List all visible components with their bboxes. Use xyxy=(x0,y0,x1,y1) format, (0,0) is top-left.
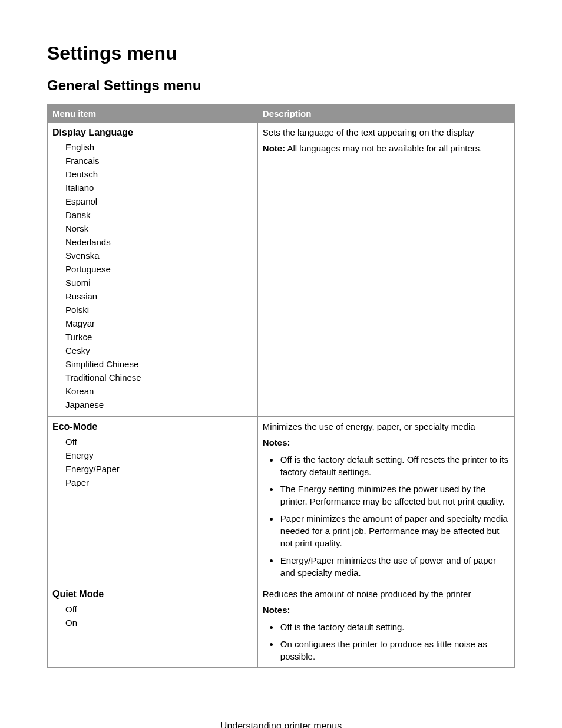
table-header-description: Description xyxy=(257,105,514,123)
note-item: Off is the factory default setting. xyxy=(279,620,510,637)
option-item: Portuguese xyxy=(65,262,253,276)
option-item: Traditional Chinese xyxy=(65,371,253,384)
option-item: Dansk xyxy=(65,208,253,222)
option-item: Paper xyxy=(65,476,253,489)
option-item: Japanese xyxy=(65,398,253,411)
option-item: Korean xyxy=(65,384,253,398)
description-lead: Reduces the amount of noise produced by … xyxy=(263,588,510,600)
table-row: Quiet Mode Off On Reduces the amount of … xyxy=(48,584,515,668)
option-item: Energy/Paper xyxy=(65,462,253,476)
option-item: Svenska xyxy=(65,249,253,262)
option-list: Off Energy Energy/Paper Paper xyxy=(52,435,253,489)
notes-label: Notes: xyxy=(263,604,510,616)
note-item: Off is the factory default setting. Off … xyxy=(279,452,510,482)
option-item: English xyxy=(65,140,253,154)
note-item: On configures the printer to produce as … xyxy=(279,637,510,663)
settings-table: Menu item Description Display Language E… xyxy=(47,104,515,668)
menu-item-title: Display Language xyxy=(52,126,253,139)
menu-item-cell: Eco-Mode Off Energy Energy/Paper Paper xyxy=(48,417,258,584)
page-footer: Understanding printer menus 113 xyxy=(47,721,515,728)
option-item: Italiano xyxy=(65,181,253,195)
option-list: English Francais Deutsch Italiano Espano… xyxy=(52,140,253,411)
menu-item-title: Eco-Mode xyxy=(52,420,253,433)
option-item: Nederlands xyxy=(65,235,253,249)
description-cell: Minimizes the use of energy, paper, or s… xyxy=(257,417,514,584)
notes-list: Off is the factory default setting. Off … xyxy=(263,452,510,579)
notes-label: Notes: xyxy=(263,436,510,449)
note-item: The Energy setting minimizes the power u… xyxy=(279,482,510,511)
option-item: Francais xyxy=(65,154,253,167)
notes-list: Off is the factory default setting. On c… xyxy=(263,620,510,663)
option-item: Espanol xyxy=(65,195,253,208)
description-lead: Minimizes the use of energy, paper, or s… xyxy=(263,420,510,433)
note-text: All languages may not be available for a… xyxy=(285,143,482,153)
note-item: Energy/Paper minimizes the use of power … xyxy=(279,553,510,579)
note-item: Paper minimizes the amount of paper and … xyxy=(279,511,510,553)
menu-item-cell: Display Language English Francais Deutsc… xyxy=(48,123,258,417)
table-row: Display Language English Francais Deutsc… xyxy=(48,123,515,417)
option-item: Off xyxy=(65,602,253,616)
option-item: Polski xyxy=(65,303,253,317)
description-note: Note: All languages may not be available… xyxy=(263,142,510,154)
option-item: Norsk xyxy=(65,222,253,235)
option-item: Simplified Chinese xyxy=(65,357,253,371)
option-item: Cesky xyxy=(65,344,253,357)
table-row: Eco-Mode Off Energy Energy/Paper Paper M… xyxy=(48,417,515,584)
description-cell: Reduces the amount of noise produced by … xyxy=(257,584,514,668)
section-title: General Settings menu xyxy=(47,77,515,94)
option-item: Magyar xyxy=(65,317,253,330)
table-header-menu-item: Menu item xyxy=(48,105,258,123)
option-item: Suomi xyxy=(65,276,253,289)
option-item: Turkce xyxy=(65,330,253,344)
description-lead: Sets the language of the text appearing … xyxy=(263,126,510,139)
option-item: Off xyxy=(65,435,253,449)
option-list: Off On xyxy=(52,602,253,630)
note-prefix: Note: xyxy=(263,143,285,153)
menu-item-title: Quiet Mode xyxy=(52,588,253,601)
page-title: Settings menu xyxy=(47,42,515,64)
page-container: Settings menu General Settings menu Menu… xyxy=(0,0,562,728)
option-item: Russian xyxy=(65,289,253,303)
footer-chapter: Understanding printer menus xyxy=(47,721,515,728)
option-item: Energy xyxy=(65,449,253,462)
option-item: On xyxy=(65,616,253,630)
option-item: Deutsch xyxy=(65,167,253,181)
description-cell: Sets the language of the text appearing … xyxy=(257,123,514,417)
menu-item-cell: Quiet Mode Off On xyxy=(48,584,258,668)
